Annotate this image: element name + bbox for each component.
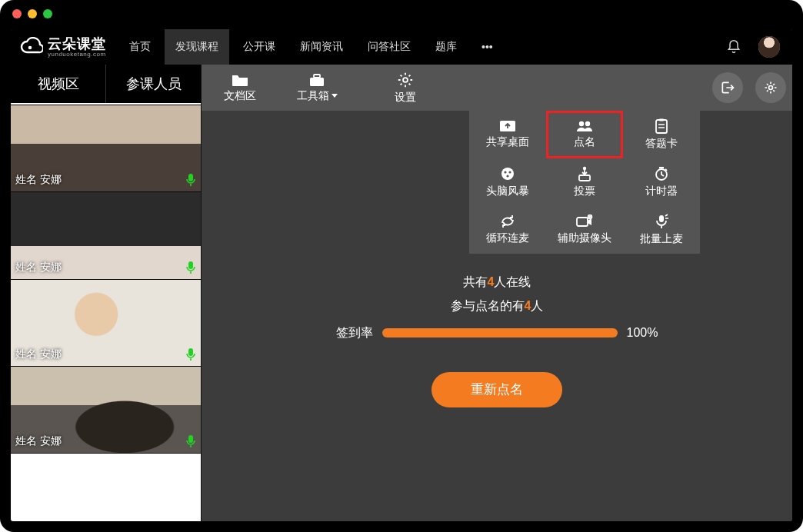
progress-bar: [382, 328, 618, 337]
video-tile[interactable]: 姓名 安娜: [11, 191, 201, 278]
svg-point-16: [508, 171, 511, 173]
dd-timer[interactable]: 计时器: [623, 158, 700, 206]
nav-bank[interactable]: 题库: [425, 29, 468, 65]
rollcall-again-button[interactable]: 重新点名: [431, 372, 562, 407]
nav-open[interactable]: 公开课: [232, 29, 286, 65]
brainstorm-icon: [500, 166, 515, 181]
nav-home[interactable]: 首页: [118, 29, 162, 65]
toolbar-toolbox[interactable]: 工具箱: [278, 65, 355, 111]
window-controls: [12, 9, 52, 18]
maximize-window-button[interactable]: [43, 9, 52, 18]
close-window-button[interactable]: [12, 9, 22, 18]
main-panel: 文档区 工具箱 设置: [202, 65, 792, 521]
nav-more[interactable]: •••: [471, 29, 504, 65]
svg-rect-5: [310, 78, 324, 86]
tab-participants[interactable]: 参课人员: [106, 65, 201, 103]
dd-brainstorm[interactable]: 头脑风暴: [469, 158, 546, 206]
mic-icon[interactable]: [185, 173, 196, 187]
dd-loop-mic[interactable]: 循环连麦: [469, 206, 546, 254]
svg-rect-13: [659, 119, 664, 121]
video-tile[interactable]: 姓名 安娜: [11, 105, 201, 191]
svg-rect-3: [188, 348, 193, 356]
mic-icon[interactable]: [185, 347, 196, 361]
top-nav: 云朵课堂 yunduoketang.com 首页 发现课程 公开课 新闻资讯 问…: [11, 29, 792, 65]
dd-roll-call[interactable]: 点名: [546, 111, 623, 158]
vote-icon: [578, 166, 591, 181]
toolbar-settings-label: 设置: [395, 91, 416, 105]
rate-value: 100%: [627, 326, 658, 340]
svg-point-0: [28, 46, 32, 50]
svg-point-10: [579, 121, 584, 126]
app-root: 云朵课堂 yunduoketang.com 首页 发现课程 公开课 新闻资讯 问…: [11, 29, 792, 521]
bell-icon[interactable]: [718, 39, 749, 55]
svg-rect-18: [579, 175, 590, 181]
folder-icon: [232, 73, 248, 87]
rate-label: 签到率: [336, 325, 373, 341]
toolbar-settings[interactable]: 设置: [355, 65, 455, 111]
mic-icon[interactable]: [185, 261, 196, 274]
video-tile[interactable]: 姓名 安娜: [11, 366, 201, 453]
toolbar: 文档区 工具箱 设置: [202, 65, 792, 111]
participant-name: 姓名 安娜: [15, 173, 62, 187]
dd-answer-card[interactable]: 答题卡: [623, 111, 700, 158]
left-panel: 视频区 参课人员 姓名 安娜 姓名 安娜: [11, 65, 202, 521]
dd-share-screen[interactable]: 共享桌面: [469, 111, 546, 158]
svg-rect-2: [188, 261, 193, 269]
body: 视频区 参课人员 姓名 安娜 姓名 安娜: [11, 65, 792, 521]
toolbox-dropdown: 共享桌面 点名 答题卡 头脑风暴: [469, 111, 700, 254]
video-tile-empty: [11, 453, 201, 521]
tab-video[interactable]: 视频区: [11, 65, 106, 103]
rollcall-stats: 共有4人在线 参与点名的有4人: [451, 271, 544, 318]
left-tabs: 视频区 参课人员: [11, 65, 201, 105]
exit-button[interactable]: [712, 72, 743, 103]
user-avatar[interactable]: [758, 36, 780, 58]
svg-point-17: [506, 175, 508, 177]
participant-name: 姓名 安娜: [15, 434, 62, 448]
nav-news[interactable]: 新闻资讯: [289, 29, 354, 65]
toolbar-docs[interactable]: 文档区: [202, 65, 278, 111]
svg-rect-4: [188, 435, 193, 443]
batch-mic-icon: [655, 214, 668, 229]
mic-icon[interactable]: [185, 434, 196, 448]
exit-icon: [720, 80, 735, 95]
settings-gear-button[interactable]: [755, 72, 786, 103]
gear-icon: [763, 80, 778, 95]
attend-line: 参与点名的有4人: [451, 294, 544, 318]
aux-camera-icon: [576, 214, 593, 228]
loop-mic-icon: [499, 214, 516, 228]
dd-aux-camera[interactable]: 辅助摄像头: [546, 206, 623, 254]
svg-rect-21: [577, 218, 588, 226]
svg-rect-23: [659, 215, 664, 222]
share-screen-icon: [499, 120, 516, 132]
toolbar-toolbox-label: 工具箱: [297, 89, 338, 103]
video-tile[interactable]: 姓名 安娜: [11, 279, 201, 366]
svg-point-14: [501, 168, 514, 180]
nav-qa[interactable]: 问答社区: [357, 29, 421, 65]
online-line: 共有4人在线: [451, 271, 544, 294]
participant-name: 姓名 安娜: [15, 347, 62, 361]
cloud-icon: [20, 37, 43, 57]
gear-icon: [397, 71, 414, 88]
nav-discover[interactable]: 发现课程: [165, 29, 229, 65]
brand-name: 云朵课堂: [48, 37, 106, 51]
roll-call-icon: [575, 120, 594, 132]
toolbox-icon: [308, 73, 325, 87]
svg-point-19: [583, 167, 586, 170]
svg-point-11: [585, 121, 590, 126]
dd-batch-mic[interactable]: 批量上麦: [623, 206, 700, 254]
minimize-window-button[interactable]: [28, 9, 37, 18]
timer-icon: [654, 166, 669, 181]
svg-rect-12: [656, 120, 667, 133]
participant-name: 姓名 安娜: [15, 261, 62, 274]
answer-card-icon: [655, 118, 668, 134]
progress-row: 签到率 100%: [336, 325, 658, 341]
dd-vote[interactable]: 投票: [546, 158, 623, 206]
window-frame: 云朵课堂 yunduoketang.com 首页 发现课程 公开课 新闻资讯 问…: [0, 0, 803, 532]
svg-point-15: [504, 171, 506, 173]
chevron-down-icon: [332, 94, 338, 98]
video-list: 姓名 安娜 姓名 安娜 姓名 安娜 姓名: [11, 105, 201, 521]
svg-point-7: [403, 78, 408, 82]
brand-sub: yunduoketang.com: [48, 51, 106, 58]
svg-rect-6: [314, 75, 320, 78]
brand-logo[interactable]: 云朵课堂 yunduoketang.com: [17, 37, 115, 58]
